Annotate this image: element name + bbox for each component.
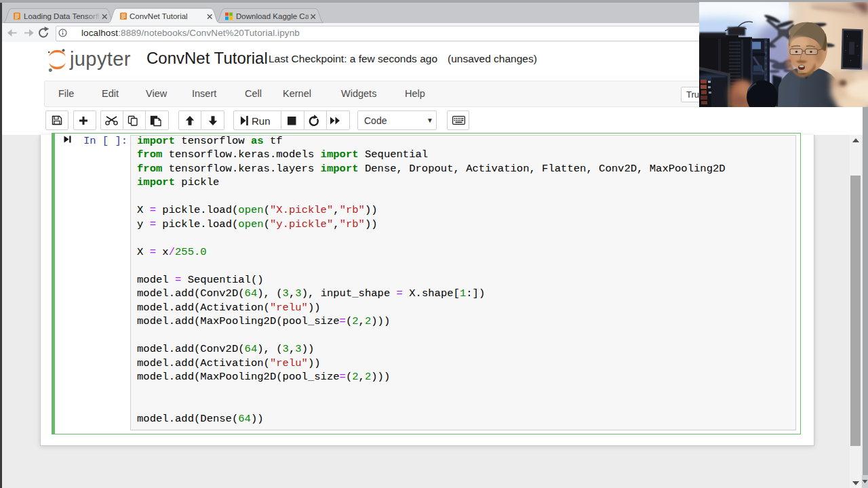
svg-text:ConvNet Tutorial: ConvNet Tutorial	[130, 12, 188, 20]
svg-text:Loading Data Tensorflow: Loading Data Tensorflow	[24, 12, 110, 20]
svg-text:Run: Run	[252, 115, 271, 127]
